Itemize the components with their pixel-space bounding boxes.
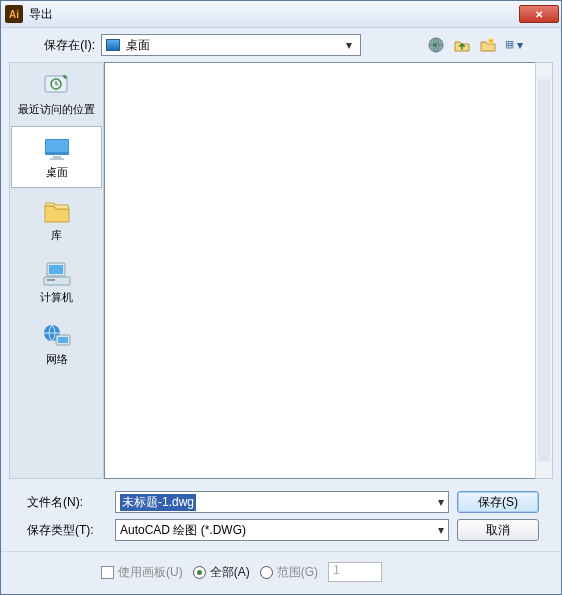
place-library-label: 库 bbox=[51, 228, 62, 243]
place-desktop[interactable]: 桌面 bbox=[11, 126, 102, 188]
range-all-radio[interactable]: 全部(A) bbox=[193, 564, 250, 581]
save-in-label: 保存在(I): bbox=[1, 37, 101, 54]
svg-rect-12 bbox=[50, 158, 64, 160]
places-bar: 最近访问的位置 桌面 库 计算机 网络 bbox=[9, 62, 104, 479]
new-folder-button[interactable] bbox=[479, 36, 497, 54]
svg-rect-10 bbox=[46, 140, 68, 152]
back-button[interactable] bbox=[427, 36, 445, 54]
place-library[interactable]: 库 bbox=[10, 189, 103, 251]
filename-value: 未标题-1.dwg bbox=[120, 494, 196, 511]
file-list[interactable] bbox=[104, 62, 553, 479]
place-recent-label: 最近访问的位置 bbox=[18, 102, 95, 117]
filename-input[interactable]: 未标题-1.dwg ▾ bbox=[115, 491, 449, 513]
dropdown-arrow-icon: ▾ bbox=[438, 495, 444, 509]
place-network[interactable]: 网络 bbox=[10, 313, 103, 375]
place-computer-label: 计算机 bbox=[40, 290, 73, 305]
filetype-label: 保存类型(T): bbox=[27, 522, 107, 539]
svg-rect-14 bbox=[49, 265, 63, 274]
range-custom-radio[interactable]: 范围(G) bbox=[260, 564, 318, 581]
save-in-row: 保存在(I): 桌面 ▾ ▾ bbox=[1, 28, 561, 62]
artboard-options: 使用画板(U) 全部(A) 范围(G) 1 bbox=[1, 551, 561, 594]
up-one-level-button[interactable] bbox=[453, 36, 471, 54]
filename-label: 文件名(N): bbox=[27, 494, 107, 511]
bottom-section: 文件名(N): 未标题-1.dwg ▾ 保存(S) 保存类型(T): AutoC… bbox=[1, 487, 561, 551]
use-artboards-checkbox[interactable]: 使用画板(U) bbox=[101, 564, 183, 581]
svg-rect-19 bbox=[58, 337, 68, 343]
main-area: 最近访问的位置 桌面 库 计算机 网络 bbox=[1, 62, 561, 487]
filetype-dropdown[interactable]: AutoCAD 绘图 (*.DWG) ▾ bbox=[115, 519, 449, 541]
save-in-value: 桌面 bbox=[126, 37, 346, 54]
dropdown-arrow-icon: ▾ bbox=[438, 523, 444, 537]
svg-rect-11 bbox=[53, 156, 61, 158]
export-dialog: Ai 导出 ✕ 保存在(I): 桌面 ▾ ▾ bbox=[0, 0, 562, 595]
place-network-label: 网络 bbox=[46, 352, 68, 367]
scrollbar[interactable] bbox=[535, 62, 553, 479]
place-desktop-label: 桌面 bbox=[46, 165, 68, 180]
filetype-value: AutoCAD 绘图 (*.DWG) bbox=[120, 522, 246, 539]
save-in-dropdown[interactable]: 桌面 ▾ bbox=[101, 34, 361, 56]
close-button[interactable]: ✕ bbox=[519, 5, 559, 23]
svg-rect-2 bbox=[506, 41, 513, 48]
range-input[interactable]: 1 bbox=[328, 562, 382, 582]
cancel-button[interactable]: 取消 bbox=[457, 519, 539, 541]
app-logo-icon: Ai bbox=[5, 5, 23, 23]
titlebar: Ai 导出 ✕ bbox=[1, 1, 561, 28]
scroll-track bbox=[538, 79, 550, 462]
views-menu-button[interactable]: ▾ bbox=[505, 36, 523, 54]
save-button[interactable]: 保存(S) bbox=[457, 491, 539, 513]
dropdown-arrow-icon: ▾ bbox=[346, 38, 360, 52]
right-pane bbox=[104, 62, 553, 479]
svg-rect-16 bbox=[47, 279, 55, 281]
toolbar-icons: ▾ bbox=[427, 36, 553, 54]
window-title: 导出 bbox=[29, 6, 519, 23]
place-computer[interactable]: 计算机 bbox=[10, 251, 103, 313]
desktop-icon bbox=[106, 39, 120, 51]
place-recent[interactable]: 最近访问的位置 bbox=[10, 63, 103, 125]
